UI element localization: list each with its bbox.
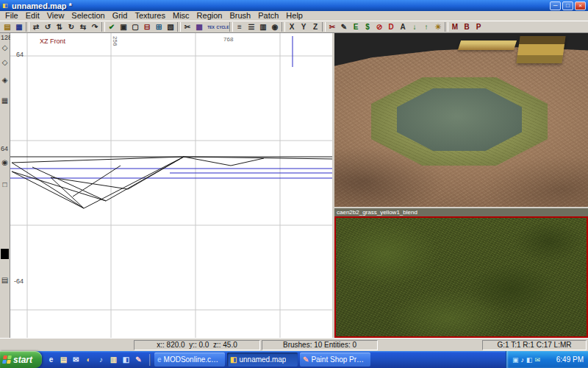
grid-coordinate-label-b: 768 xyxy=(223,36,233,43)
mail-icon[interactable]: ✉ xyxy=(71,354,82,366)
console-icon[interactable]: ☰ xyxy=(245,21,257,32)
separator[interactable] xyxy=(229,22,233,32)
camera-view-icon[interactable]: ◉ xyxy=(269,21,281,32)
complete-icon[interactable]: ✔ xyxy=(106,21,118,32)
maximize-button[interactable]: □ xyxy=(562,1,573,10)
task-icon: ✎ xyxy=(303,355,309,364)
task-unnamed-map[interactable]: ◧ unnamed.map xyxy=(227,353,298,367)
editor-icon[interactable]: ◧ xyxy=(121,354,132,366)
move-down-icon[interactable]: ↓ xyxy=(409,21,420,32)
messenger-tray-icon[interactable]: ✉ xyxy=(535,356,541,364)
select-mode-icon[interactable]: ◇ xyxy=(0,43,10,52)
selection-marker[interactable] xyxy=(1,249,9,259)
start-button[interactable]: start xyxy=(0,351,42,368)
move-mode-icon[interactable]: ◇ xyxy=(0,58,10,66)
model-icon[interactable]: M xyxy=(449,21,461,32)
network-tray-icon[interactable]: ◧ xyxy=(526,356,533,364)
ruler-label-pos: 64 xyxy=(16,51,24,58)
menu-item[interactable]: Textures xyxy=(131,11,169,21)
entity-list-icon[interactable]: ≡ xyxy=(234,21,245,32)
separator[interactable] xyxy=(445,22,448,32)
save-file-icon[interactable]: ▦ xyxy=(13,21,25,32)
separator[interactable] xyxy=(26,22,29,32)
cycle-layers-icon[interactable]: CYCLE xyxy=(217,21,229,32)
z-axis-icon[interactable]: Z xyxy=(309,21,321,32)
menu-item[interactable]: Help xyxy=(282,11,306,21)
close-button[interactable]: × xyxy=(575,1,586,10)
measure-icon[interactable]: ✎ xyxy=(338,21,350,32)
tex-view-icon[interactable]: TEX xyxy=(205,21,217,32)
grass-texture-preview[interactable] xyxy=(334,216,588,338)
separator[interactable] xyxy=(282,22,285,32)
entity-color-icon[interactable]: E xyxy=(350,21,362,32)
separator[interactable] xyxy=(101,22,105,32)
y-axis-icon[interactable]: Y xyxy=(298,21,309,32)
folder-icon[interactable]: ▥ xyxy=(108,354,119,366)
window-title: unnamed.map * xyxy=(12,1,550,10)
menu-item[interactable]: Region xyxy=(193,11,226,21)
open-file-icon[interactable]: ▤ xyxy=(1,21,13,32)
flip-x-icon[interactable]: ⇄ xyxy=(30,21,42,32)
csg-subtract-icon[interactable]: ⊟ xyxy=(141,21,153,32)
curve-icon[interactable]: $ xyxy=(362,21,373,32)
viewport-3d[interactable] xyxy=(334,33,588,207)
flip-y-icon[interactable]: ⇅ xyxy=(54,21,65,32)
internet-explorer-icon[interactable]: e xyxy=(46,354,57,366)
music-icon[interactable]: ♪ xyxy=(96,354,107,366)
task-paint-shop-pro[interactable]: ✎ Paint Shop Pro - Image8 xyxy=(300,353,370,367)
rotate-mode-icon[interactable]: ◈ xyxy=(0,76,10,84)
rotate-x-icon[interactable]: ↺ xyxy=(42,21,54,32)
csg-merge-icon[interactable]: ⊞ xyxy=(153,21,165,32)
ruler-label-neg: -64 xyxy=(14,277,24,285)
letter-a-icon[interactable]: A xyxy=(397,21,409,32)
texture-name-label: caen2b2_grass_yellow1_blend xyxy=(334,208,588,216)
brush-icon[interactable]: B xyxy=(461,21,473,32)
separator[interactable] xyxy=(177,22,181,32)
clip-mode-icon[interactable]: ▦ xyxy=(0,96,10,105)
menu-item[interactable]: Brush xyxy=(226,11,254,21)
letter-d-icon[interactable]: D xyxy=(385,21,397,32)
move-up-icon[interactable]: ↑ xyxy=(420,21,432,32)
x-axis-icon[interactable]: X xyxy=(286,21,298,32)
task-label: Paint Shop Pro - Image8 xyxy=(311,355,368,364)
rotate-z-icon[interactable]: ↷ xyxy=(89,21,101,32)
texture-window-icon[interactable]: ▥ xyxy=(257,21,269,32)
vertex-mode-icon[interactable]: □ xyxy=(0,180,10,188)
minimize-button[interactable]: ─ xyxy=(550,1,561,10)
menu-item[interactable]: Patch xyxy=(254,11,282,21)
flip-z-icon[interactable]: ⇆ xyxy=(77,21,89,32)
menu-item[interactable]: Edit xyxy=(22,11,43,21)
cut-icon[interactable]: ✂ xyxy=(326,21,338,32)
viewport-2d[interactable]: XZ Front 256 768 64 -64 xyxy=(10,33,332,338)
grid-and-wireframe-layer xyxy=(10,33,332,338)
rotate-y-icon[interactable]: ↻ xyxy=(65,21,77,32)
media-player-icon[interactable]: ◐ xyxy=(83,354,94,366)
patch-icon[interactable]: P xyxy=(473,21,484,32)
light-icon[interactable]: ☀ xyxy=(432,21,444,32)
clipper-icon[interactable]: ✂ xyxy=(182,21,193,32)
menu-item[interactable]: Misc xyxy=(169,11,193,21)
entity-mode-icon[interactable]: ▤ xyxy=(0,276,10,284)
antivirus-tray-icon[interactable]: ▣ xyxy=(512,356,519,364)
menu-item[interactable]: Selection xyxy=(68,11,108,21)
task-icon: e xyxy=(157,355,162,364)
texture-window[interactable]: caen2b2_grass_yellow1_blend xyxy=(334,208,588,338)
app-icon: ◧ xyxy=(2,2,10,10)
paint-icon[interactable]: ✎ xyxy=(133,354,144,366)
make-hollow-icon[interactable]: ▧ xyxy=(165,21,176,32)
task-label: MODSonline.com - ... xyxy=(164,355,222,364)
menu-item[interactable]: File xyxy=(1,11,22,21)
task-modsonline[interactable]: e MODSonline.com - ... xyxy=(154,353,225,367)
volume-tray-icon[interactable]: ♪ xyxy=(521,356,525,364)
show-desktop-icon[interactable]: ▤ xyxy=(58,354,69,366)
menu-item[interactable]: View xyxy=(43,11,68,21)
select-touching-icon[interactable]: ▣ xyxy=(118,21,129,32)
task-buttons: e MODSonline.com - ... ◧ unnamed.map ✎ P… xyxy=(152,353,370,367)
separator[interactable] xyxy=(322,22,326,32)
menu-item[interactable]: Grid xyxy=(109,11,132,21)
select-inside-icon[interactable]: ▢ xyxy=(129,21,141,32)
texture-lock-icon[interactable]: ▩ xyxy=(193,21,205,32)
titlebar[interactable]: ◧ unnamed.map * ─ □ × xyxy=(0,0,588,11)
camera-mode-icon[interactable]: ◉ xyxy=(0,158,10,166)
no-entry-icon[interactable]: ⊘ xyxy=(373,21,385,32)
